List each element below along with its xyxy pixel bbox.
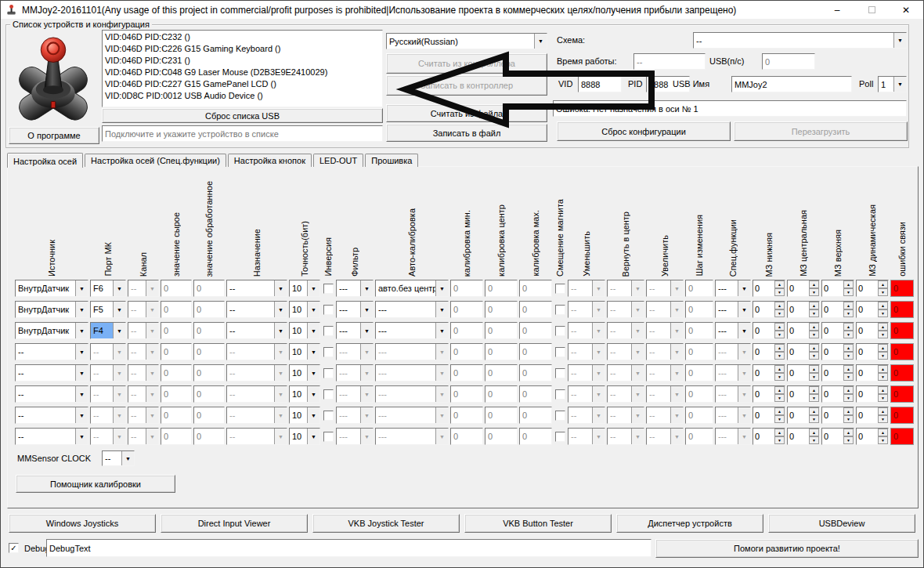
- port-select[interactable]: F4▼: [90, 322, 126, 339]
- port-select[interactable]: --▼: [90, 407, 126, 424]
- chevron-down-icon[interactable]: ▼: [592, 302, 605, 317]
- cal_center-input[interactable]: 0: [485, 343, 518, 360]
- dec-select[interactable]: --▼: [568, 322, 605, 339]
- chevron-down-icon[interactable]: ▼: [146, 323, 158, 338]
- center-select[interactable]: --▼: [607, 428, 644, 445]
- chevron-down-icon[interactable]: ▼: [360, 365, 373, 381]
- spin-up-icon[interactable]: ▲: [809, 323, 819, 331]
- source-select[interactable]: --▼: [15, 364, 88, 382]
- spin-up-icon[interactable]: ▲: [843, 407, 854, 415]
- chevron-down-icon[interactable]: ▼: [738, 386, 750, 402]
- mz_center-spinner[interactable]: 0▲▼: [787, 301, 820, 318]
- mz_dyn-spinner[interactable]: 0▲▼: [856, 343, 889, 360]
- spec-select[interactable]: ---▼: [715, 280, 751, 297]
- spin-up-icon[interactable]: ▲: [809, 344, 819, 352]
- chevron-down-icon[interactable]: ▼: [360, 386, 373, 402]
- chevron-down-icon[interactable]: ▼: [592, 429, 605, 444]
- chevron-down-icon[interactable]: ▼: [360, 407, 373, 423]
- inversion-checkbox[interactable]: [323, 411, 334, 421]
- spin-down-icon[interactable]: ▼: [774, 436, 785, 444]
- spec-select[interactable]: ---▼: [715, 428, 751, 445]
- mz_low-spinner[interactable]: 0▲▼: [753, 407, 785, 424]
- mz_low-spinner[interactable]: 0▲▼: [753, 280, 785, 297]
- cal_min-input[interactable]: 0: [450, 301, 483, 318]
- chevron-down-icon[interactable]: ▼: [307, 344, 319, 360]
- inc-select[interactable]: --▼: [646, 428, 684, 445]
- mz_dyn-spinner[interactable]: 0▲▼: [856, 385, 889, 403]
- center-select[interactable]: --▼: [607, 385, 644, 403]
- source-select[interactable]: --▼: [15, 385, 88, 403]
- spin-down-icon[interactable]: ▼: [843, 352, 854, 360]
- inversion-checkbox[interactable]: [323, 305, 334, 315]
- mz_center-spinner[interactable]: 0▲▼: [787, 280, 820, 297]
- chevron-down-icon[interactable]: ▼: [670, 344, 683, 360]
- dec-select[interactable]: --▼: [568, 385, 605, 403]
- spin-down-icon[interactable]: ▼: [878, 288, 888, 296]
- cal_min-input[interactable]: 0: [450, 385, 483, 403]
- chevron-down-icon[interactable]: ▼: [113, 429, 125, 444]
- dec-select[interactable]: --▼: [568, 407, 605, 424]
- chevron-down-icon[interactable]: ▼: [146, 429, 158, 444]
- autocal-select[interactable]: ---▼: [375, 407, 449, 424]
- chevron-down-icon[interactable]: ▼: [738, 302, 750, 317]
- cal_center-input[interactable]: 0: [485, 280, 518, 297]
- chevron-down-icon[interactable]: ▼: [435, 344, 448, 360]
- read-file-button[interactable]: Считать из файла: [386, 104, 547, 122]
- spin-up-icon[interactable]: ▲: [878, 386, 888, 394]
- mz_center-spinner[interactable]: 0▲▼: [787, 343, 820, 360]
- chevron-down-icon[interactable]: ▼: [75, 365, 88, 381]
- footer-button-5[interactable]: Диспетчер устройств: [616, 514, 763, 533]
- source-select[interactable]: --▼: [15, 343, 88, 360]
- magnet-checkbox[interactable]: [555, 284, 565, 294]
- chevron-down-icon[interactable]: ▼: [670, 365, 683, 381]
- filter-select[interactable]: ---▼: [336, 407, 374, 424]
- cal_max-input[interactable]: 0: [519, 428, 552, 445]
- chevron-down-icon[interactable]: ▼: [893, 33, 906, 48]
- cal_max-input[interactable]: 0: [519, 385, 552, 403]
- channel-select[interactable]: --▼: [128, 364, 159, 382]
- mz_high-spinner[interactable]: 0▲▼: [821, 301, 854, 318]
- step-input[interactable]: 0: [685, 385, 713, 403]
- cal_max-input[interactable]: 0: [519, 364, 552, 382]
- mz_low-spinner[interactable]: 0▲▼: [753, 428, 785, 445]
- mz_low-spinner[interactable]: 0▲▼: [753, 385, 785, 403]
- assign-select[interactable]: --▼: [226, 428, 287, 445]
- chevron-down-icon[interactable]: ▼: [307, 386, 319, 402]
- chevron-down-icon[interactable]: ▼: [274, 407, 287, 423]
- chevron-down-icon[interactable]: ▼: [893, 77, 906, 92]
- chevron-down-icon[interactable]: ▼: [113, 344, 125, 360]
- step-input[interactable]: 0: [685, 364, 713, 382]
- chevron-down-icon[interactable]: ▼: [75, 407, 88, 423]
- inc-select[interactable]: --▼: [646, 301, 684, 318]
- chevron-down-icon[interactable]: ▼: [435, 429, 448, 444]
- chevron-down-icon[interactable]: ▼: [146, 386, 158, 402]
- spin-up-icon[interactable]: ▲: [774, 344, 785, 352]
- chevron-down-icon[interactable]: ▼: [670, 302, 683, 317]
- spin-up-icon[interactable]: ▲: [843, 302, 854, 309]
- mz_high-spinner[interactable]: 0▲▼: [821, 343, 854, 360]
- chevron-down-icon[interactable]: ▼: [360, 302, 373, 317]
- chevron-down-icon[interactable]: ▼: [670, 407, 683, 423]
- chevron-down-icon[interactable]: ▼: [670, 429, 683, 444]
- minimize-button[interactable]: –: [820, 1, 854, 19]
- processed-input[interactable]: 0: [193, 301, 225, 318]
- chevron-down-icon[interactable]: ▼: [631, 429, 644, 444]
- mz_high-spinner[interactable]: 0▲▼: [821, 428, 854, 445]
- autocal-select[interactable]: ---▼: [375, 322, 449, 339]
- channel-select[interactable]: --▼: [128, 385, 159, 403]
- chevron-down-icon[interactable]: ▼: [670, 280, 683, 296]
- chevron-down-icon[interactable]: ▼: [592, 365, 605, 381]
- chevron-down-icon[interactable]: ▼: [738, 365, 750, 381]
- channel-select[interactable]: --▼: [128, 407, 159, 424]
- spin-down-icon[interactable]: ▼: [878, 436, 888, 444]
- chevron-down-icon[interactable]: ▼: [435, 323, 448, 338]
- list-item[interactable]: VID:046D PID:C226 G15 Gaming Keyboard (): [105, 43, 380, 55]
- assign-select[interactable]: --▼: [226, 385, 287, 403]
- processed-input[interactable]: 0: [193, 385, 225, 403]
- spec-select[interactable]: ---▼: [715, 385, 751, 403]
- chevron-down-icon[interactable]: ▼: [738, 344, 750, 360]
- assign-select[interactable]: --▼: [226, 301, 287, 318]
- cal_min-input[interactable]: 0: [450, 407, 483, 424]
- channel-select[interactable]: --▼: [128, 322, 159, 339]
- chevron-down-icon[interactable]: ▼: [631, 407, 644, 423]
